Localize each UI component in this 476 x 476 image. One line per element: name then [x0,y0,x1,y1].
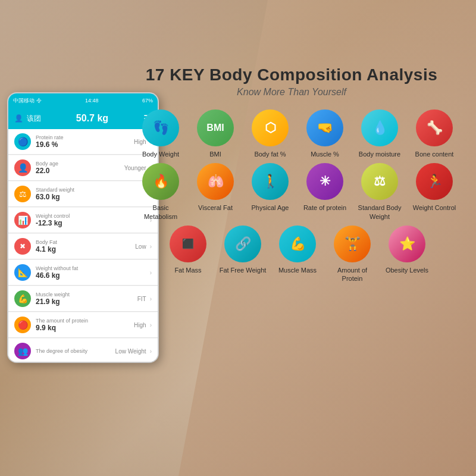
icons-row-3: ⬛ Fat Mass 🔗 Fat Free Weight 💪 Muscle Ma… [137,226,458,283]
body-weight-label: Body Weight [142,150,179,158]
body-fat-circle: ⬡ [252,109,289,146]
muscle-mass-label: Muscle Mass [278,266,317,274]
fat-mass-circle: ⬛ [170,226,206,262]
title-area: 17 KEY Body Composition Analysis Know Mo… [146,65,438,98]
icon-body-fat[interactable]: ⬡ Body fat % [246,109,294,158]
body-moisture-label: Body moisture [359,150,400,158]
bmi-circle: BMI [197,109,234,146]
icon-bmi[interactable]: BMI BMI [192,109,239,158]
fat-mass-label: Fat Mass [174,266,201,274]
icon-bone-content[interactable]: 🦴 Bone content [411,109,458,158]
moisture-circle: 💧 [361,109,398,146]
icons-row-1: 👣 Body Weight BMI BMI ⬡ Body fat % 🤜 Mus… [137,109,458,158]
std-body-weight-label: Standard Body Weight [356,203,403,221]
icon-standard-body-weight[interactable]: ⚖ Standard Body Weight [356,163,403,221]
icons-section: 👣 Body Weight BMI BMI ⬡ Body fat % 🤜 Mus… [137,109,458,287]
bmi-label: BMI [209,150,221,158]
icon-muscle-percent[interactable]: 🤜 Muscle % [301,109,349,158]
std-body-weight-circle: ⚖ [361,163,398,200]
icon-weight-control[interactable]: 🏃 Weight Control [411,163,458,221]
muscle-mass-circle: 💪 [279,226,316,262]
amount-protein-circle: 🏋 [334,226,371,262]
icon-rate-protein[interactable]: ✳ Rate of protein [301,163,349,221]
icons-row-2: 🔥 Basic Metabolism 🫁 Visceral Fat 🚶 Phys… [137,163,458,221]
rate-protein-circle: ✳ [306,163,343,200]
icon-physical-age[interactable]: 🚶 Physical Age [246,163,294,221]
bone-circle: 🦴 [416,109,453,146]
icon-muscle-mass[interactable]: 💪 Muscle Mass [274,226,321,283]
icon-visceral-fat[interactable]: 🫁 Visceral Fat [192,163,239,221]
icon-fat-mass[interactable]: ⬛ Fat Mass [164,226,212,283]
icon-amount-protein[interactable]: 🏋 Amount of Protein [328,226,376,283]
fat-free-weight-label: Fat Free Weight [220,266,267,274]
main-content: 17 KEY Body Composition Analysis Know Mo… [0,0,476,476]
metabolism-circle: 🔥 [142,163,179,200]
icon-fat-free-weight[interactable]: 🔗 Fat Free Weight [219,226,267,283]
muscle-percent-label: Muscle % [311,150,339,158]
weight-control-circle: 🏃 [416,163,453,200]
visceral-fat-label: Visceral Fat [198,203,233,212]
muscle-circle: 🤜 [306,109,343,146]
weight-control-label: Weight Control [413,203,456,212]
visceral-circle: 🫁 [197,163,234,200]
icon-basic-metabolism[interactable]: 🔥 Basic Metabolism [137,163,184,221]
bone-content-label: Bone content [415,150,454,158]
amount-protein-label: Amount of Protein [328,266,376,283]
page-title: 17 KEY Body Composition Analysis [146,65,438,84]
body-weight-circle: 👣 [142,109,179,146]
fat-free-circle: 🔗 [224,226,261,262]
page-subtitle: Know More Than Yourself [146,87,438,98]
physical-age-label: Physical Age [252,203,289,212]
obesity-levels-circle: ⭐ [389,226,425,262]
icon-obesity-levels[interactable]: ⭐ Obesity Levels [383,226,431,283]
basic-metabolism-label: Basic Metabolism [137,203,184,221]
physical-age-circle: 🚶 [252,163,289,200]
rate-protein-label: Rate of protein [303,203,346,212]
icon-body-weight[interactable]: 👣 Body Weight [137,109,184,158]
icon-body-moisture[interactable]: 💧 Body moisture [356,109,403,158]
obesity-levels-label: Obesity Levels [386,266,428,274]
body-fat-label: Body fat % [254,150,286,158]
